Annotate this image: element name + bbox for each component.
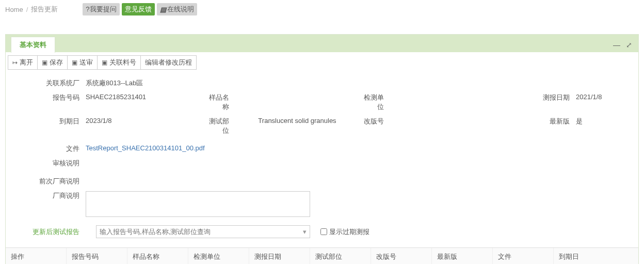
col-report-no[interactable]: 报告号码 [67, 248, 127, 264]
link-icon: ▣ [102, 59, 107, 66]
save-icon: ▣ [42, 59, 47, 66]
col-file[interactable]: 文件 [493, 248, 554, 264]
value-test-part: Translucent solid granules [235, 117, 359, 125]
submit-icon: ▣ [72, 59, 77, 66]
value-linked-factory: 系统廠8013--Lab區 [86, 79, 204, 88]
label-report-date: 测报日期 [473, 93, 576, 102]
label-prev-vendor-note: 前次厂商说明 [6, 177, 86, 186]
col-expire-date[interactable]: 到期日 [554, 248, 638, 264]
label-file: 文件 [6, 144, 86, 153]
update-report-link[interactable]: 更新后测试报告 [6, 227, 86, 237]
panel-controls: — ⤢ [613, 41, 633, 52]
value-report-date: 2021/1/8 [576, 93, 638, 101]
col-revision[interactable]: 改版号 [371, 248, 432, 264]
row-expire-date: 到期日 2023/1/8 测试部位 Translucent solid gran… [6, 114, 638, 138]
show-expired-checkbox[interactable] [320, 228, 327, 235]
panel-header: 基本资料 — ⤢ [6, 35, 638, 52]
chevron-down-icon[interactable]: ▾ [303, 228, 307, 236]
edit-history-button[interactable]: 编辑者修改历程 [140, 55, 197, 70]
feedback-button[interactable]: 意见反馈 [122, 3, 155, 15]
label-latest: 最新版 [473, 117, 576, 126]
label-detect-unit: 检测单位 [359, 93, 390, 112]
results-grid: 操作 报告号码 样品名称 检测单位 测报日期 测试部位 改版号 最新版 文件 到… [6, 247, 638, 264]
show-expired-label: 显示过期测报 [329, 227, 369, 237]
file-link[interactable]: TestReport_SHAEC2100314101_00.pdf [86, 144, 205, 152]
row-file: 文件 TestReport_SHAEC2100314101_00.pdf [6, 138, 638, 156]
label-report-no: 报告号码 [6, 93, 86, 102]
save-label: 保存 [50, 58, 63, 67]
label-vendor-note: 厂商说明 [6, 191, 86, 200]
row-linked-factory: 关联系统厂 系统廠8013--Lab區 [6, 76, 638, 90]
vendor-note-wrap [86, 191, 310, 219]
value-expire-date: 2023/1/8 [86, 117, 204, 125]
col-op[interactable]: 操作 [6, 248, 67, 264]
online-help-button[interactable]: ▤在线说明 [157, 3, 197, 15]
label-sample-name: 样品名称 [204, 93, 235, 112]
exit-icon: ↦ [12, 59, 18, 66]
value-latest: 是 [576, 117, 638, 126]
breadcrumb-home[interactable]: Home [5, 6, 23, 13]
report-search-combo[interactable]: ▾ [96, 225, 310, 238]
tab-basic-info[interactable]: 基本资料 [11, 37, 55, 53]
value-report-no: SHAEC2185231401 [86, 93, 204, 101]
label-test-part: 测试部位 [204, 117, 235, 135]
form-area: 关联系统厂 系统廠8013--Lab區 报告号码 SHAEC2185231401… [6, 73, 638, 247]
label-linked-factory: 关联系统厂 [6, 79, 86, 88]
row-vendor-note: 厂商说明 [6, 189, 638, 221]
col-detect-unit[interactable]: 检测单位 [188, 248, 249, 264]
label-revision: 改版号 [359, 117, 390, 126]
vendor-note-input[interactable] [86, 191, 310, 217]
top-buttons: ?我要提问 意见反馈 ▤在线说明 [83, 3, 197, 15]
col-test-part[interactable]: 测试部位 [310, 248, 371, 264]
book-icon: ▤ [160, 6, 166, 13]
submit-button[interactable]: ▣送审 [67, 55, 98, 70]
row-audit-note: 审核说明 [6, 156, 638, 170]
leave-button[interactable]: ↦离开 [8, 55, 38, 70]
breadcrumb-current: 报告更新 [31, 5, 58, 14]
submit-label: 送审 [79, 58, 93, 67]
top-bar: Home / 报告更新 ?我要提问 意见反馈 ▤在线说明 [0, 0, 644, 19]
minimize-icon[interactable]: — [613, 41, 621, 49]
save-button[interactable]: ▣保存 [37, 55, 68, 70]
label-expire-date: 到期日 [6, 117, 86, 126]
breadcrumb-separator: / [26, 6, 28, 13]
report-search-input[interactable] [100, 228, 303, 236]
row-update-report: 更新后测试报告 ▾ 显示过期测报 [6, 221, 638, 242]
col-report-date[interactable]: 测报日期 [249, 248, 310, 264]
row-report-no: 报告号码 SHAEC2185231401 样品名称 检测单位 测报日期 2021… [6, 90, 638, 114]
row-prev-vendor-note: 前次厂商说明 [6, 170, 638, 189]
show-expired-wrap[interactable]: 显示过期测报 [320, 227, 369, 237]
col-latest[interactable]: 最新版 [432, 248, 493, 264]
main-panel: 基本资料 — ⤢ ↦离开 ▣保存 ▣送审 ▣关联料号 编辑者修改历程 关联系统厂… [5, 34, 639, 264]
label-audit-note: 审核说明 [6, 159, 86, 168]
col-sample-name[interactable]: 样品名称 [127, 248, 188, 264]
breadcrumb: Home / 报告更新 [5, 5, 58, 14]
link-part-label: 关联料号 [109, 58, 136, 67]
link-part-button[interactable]: ▣关联料号 [97, 55, 141, 70]
fullscreen-icon[interactable]: ⤢ [625, 41, 633, 49]
ask-question-button[interactable]: ?我要提问 [83, 3, 119, 15]
leave-label: 离开 [20, 58, 33, 67]
toolbar: ↦离开 ▣保存 ▣送审 ▣关联料号 编辑者修改历程 [6, 52, 638, 73]
online-help-label: 在线说明 [167, 5, 194, 14]
grid-header-row: 操作 报告号码 样品名称 检测单位 测报日期 测试部位 改版号 最新版 文件 到… [6, 248, 638, 264]
